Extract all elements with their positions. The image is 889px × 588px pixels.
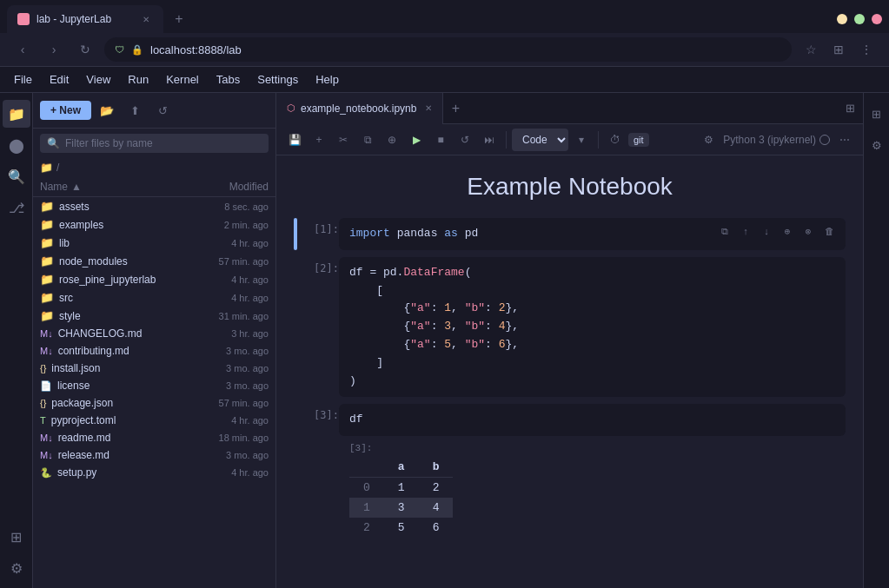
cell-type-chevron[interactable]: ▾ (570, 129, 593, 151)
git-badge[interactable]: git (628, 133, 649, 147)
table-cell-b: 4 (419, 498, 454, 518)
cell-3-input[interactable]: df (339, 404, 846, 436)
right-panel: ⊞ ⚙ (863, 93, 889, 588)
table-cell-b: 2 (419, 478, 454, 499)
list-item[interactable]: {}install.json 3 mo. ago (33, 360, 275, 377)
paste-btn[interactable]: ⊕ (381, 129, 403, 151)
list-item[interactable]: M↓readme.md 18 min. ago (33, 429, 275, 446)
dataframe-table: a b 0 1 2 1 (349, 457, 453, 538)
sidebar-git-btn[interactable]: ⎇ (3, 194, 30, 221)
sidebar-files-btn[interactable]: 📁 (3, 100, 30, 128)
stop-btn[interactable]: ■ (429, 129, 452, 151)
table-row: 2 5 6 (349, 518, 453, 538)
col-name-header[interactable]: Name ▲ (40, 181, 190, 193)
kernel-more-btn[interactable]: ⋯ (833, 129, 856, 151)
cell-2-input[interactable]: df = pd.DataFrame( [ {"a": 1, "b": 2}, {… (339, 257, 846, 398)
table-header-b: b (419, 457, 454, 478)
list-item[interactable]: 📁assets 8 sec. ago (33, 197, 275, 215)
right-panel-toggle[interactable]: ⊞ (837, 96, 863, 122)
save-btn[interactable]: 💾 (283, 129, 306, 151)
browser-tab[interactable]: lab - JupyterLab ✕ (7, 5, 163, 33)
split-btn[interactable]: ⊗ (799, 223, 818, 242)
sidebar-running-btn[interactable]: ⬤ (3, 131, 30, 159)
menu-tabs[interactable]: Tabs (209, 69, 247, 89)
list-item[interactable]: 📁style 31 min. ago (33, 307, 275, 325)
list-item[interactable]: M↓release.md 3 mo. ago (33, 446, 275, 464)
sidebar-search-btn[interactable]: 🔍 (3, 162, 30, 190)
cell-type-select[interactable]: Code (512, 129, 568, 151)
list-item[interactable]: 🐍setup.py 4 hr. ago (33, 464, 275, 481)
run-btn[interactable]: ▶ (405, 129, 428, 151)
bookmark-btn[interactable]: ☆ (799, 37, 823, 62)
file-panel: + New 📂 ⬆ ↺ 🔍 📁 / Name ▲ Modified 📁asset… (33, 93, 276, 588)
sidebar-extensions-btn[interactable]: ⊞ (3, 523, 30, 551)
nav-right-buttons: ☆ ⊞ ⋮ (799, 37, 879, 62)
lock-icon: 🔒 (131, 44, 143, 56)
close-btn[interactable] (872, 14, 882, 24)
list-item[interactable]: 📁lib 4 hr. ago (33, 234, 275, 252)
extensions-btn[interactable]: ⊞ (826, 37, 851, 62)
right-settings-btn-1[interactable]: ⊞ (863, 100, 890, 128)
notebook-tab-title: example_notebook.ipynb (301, 102, 416, 115)
cell-1-input[interactable]: import pandas as pd ⧉ ↑ ↓ ⊕ ⊗ 🗑 (339, 218, 846, 250)
list-item[interactable]: {}package.json 57 min. ago (33, 394, 275, 412)
cut-btn[interactable]: ✂ (332, 129, 355, 151)
notebook-tab-close[interactable]: ✕ (425, 103, 432, 113)
search-box[interactable]: 🔍 (40, 134, 269, 153)
sidebar-settings-btn[interactable]: ⚙ (3, 554, 30, 582)
forward-button[interactable]: › (42, 37, 66, 62)
table-cell-b: 6 (419, 518, 454, 538)
refresh-files-btn[interactable]: ↺ (150, 98, 175, 122)
new-tab-button[interactable]: + (167, 7, 191, 31)
kernel-settings-btn[interactable]: ⚙ (697, 129, 720, 151)
folder-icon: 📁 (40, 254, 54, 268)
open-folder-btn[interactable]: 📂 (95, 98, 119, 122)
menu-settings[interactable]: Settings (250, 69, 305, 89)
tab-favicon (17, 13, 30, 25)
new-file-button[interactable]: + New (40, 101, 91, 120)
right-settings-btn-2[interactable]: ⚙ (863, 131, 890, 159)
clock-btn[interactable]: ⏱ (604, 129, 627, 151)
py-icon: 🐍 (40, 467, 52, 479)
copy-cell-btn[interactable]: ⧉ (715, 223, 734, 242)
tab-close-btn[interactable]: ✕ (139, 12, 153, 26)
upload-btn[interactable]: ⬆ (123, 98, 147, 122)
list-item[interactable]: Tpyproject.toml 4 hr. ago (33, 412, 275, 429)
delete-cell-btn[interactable]: 🗑 (819, 223, 839, 242)
notebook-tab[interactable]: ⬡ example_notebook.ipynb ✕ (276, 93, 443, 124)
search-input[interactable] (65, 137, 262, 149)
list-item[interactable]: 📁examples 2 min. ago (33, 215, 275, 234)
minimize-btn[interactable] (837, 14, 847, 24)
menu-run[interactable]: Run (121, 69, 156, 89)
menu-help[interactable]: Help (308, 69, 346, 89)
back-button[interactable]: ‹ (10, 37, 35, 62)
menu-view[interactable]: View (79, 69, 117, 89)
search-icon: 🔍 (47, 137, 60, 149)
list-item[interactable]: 📁src 4 hr. ago (33, 288, 275, 307)
merge-btn[interactable]: ⊕ (778, 223, 797, 242)
cell-2: [2]: df = pd.DataFrame( [ {"a": 1, "b": … (294, 257, 846, 398)
move-up-btn[interactable]: ↑ (736, 223, 755, 242)
menu-edit[interactable]: Edit (43, 69, 76, 89)
add-cell-btn[interactable]: + (308, 129, 330, 151)
list-item[interactable]: M↓CHANGELOG.md 3 hr. ago (33, 325, 275, 342)
menu-kernel[interactable]: Kernel (159, 69, 206, 89)
notebook-new-tab-btn[interactable]: + (443, 96, 468, 121)
list-item[interactable]: 📁rose_pine_jupyterlab 4 hr. ago (33, 270, 275, 288)
more-btn[interactable]: ⋮ (854, 37, 879, 62)
copy-btn[interactable]: ⧉ (356, 129, 379, 151)
list-item[interactable]: 📁node_modules 57 min. ago (33, 252, 275, 270)
right-sidebar-icons: ⊞ (837, 96, 863, 122)
list-item[interactable]: 📄license 3 mo. ago (33, 377, 275, 394)
cell-3: [3]: df [3]: a b (294, 404, 846, 545)
cell-3-body: df [3]: a b (339, 404, 846, 545)
refresh-button[interactable]: ↻ (73, 37, 97, 62)
restart-btn[interactable]: ↺ (454, 129, 476, 151)
address-bar[interactable]: 🛡 🔒 localhost:8888/lab (104, 37, 792, 62)
move-down-btn[interactable]: ↓ (757, 223, 776, 242)
menu-file[interactable]: File (7, 69, 39, 89)
maximize-btn[interactable] (854, 14, 865, 24)
list-item[interactable]: M↓contributing.md 3 mo. ago (33, 342, 275, 360)
restart-run-btn[interactable]: ⏭ (478, 129, 501, 151)
folder-icon: 📁 (40, 162, 53, 174)
